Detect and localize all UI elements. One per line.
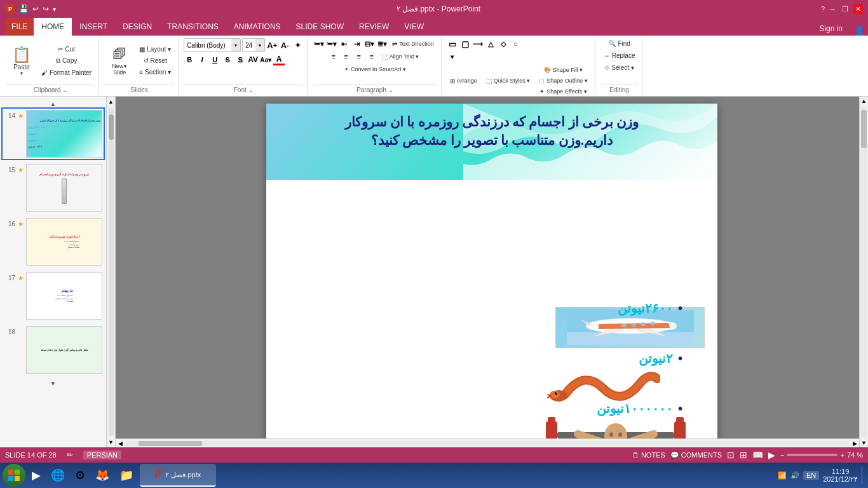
shape-fill-btn[interactable]: 🎨 Shape Fill ▾ (536, 65, 591, 75)
zoom-out-btn[interactable]: − (780, 451, 784, 459)
volume-icon[interactable]: 🔊 (790, 471, 799, 480)
increase-font-btn[interactable]: A+ (266, 39, 278, 51)
align-left-btn[interactable]: ≡ (328, 51, 339, 62)
tab-slideshow[interactable]: SLIDE SHOW (288, 18, 351, 36)
col-btn[interactable]: ⊟▾ (363, 38, 375, 50)
help-icon[interactable]: ? (821, 5, 825, 13)
zoom-slider[interactable] (787, 454, 837, 456)
shape-triangle[interactable]: △ (485, 38, 496, 50)
new-slide-button[interactable]: 🗊 New ▾ Slide (104, 43, 135, 79)
zoom-in-btn[interactable]: + (840, 451, 844, 459)
quick-access-undo[interactable]: ↩ (32, 4, 39, 13)
slide-panel-scroll-down[interactable]: ▼ (3, 379, 104, 388)
cut-button[interactable]: ✂ Cut (38, 44, 95, 55)
shadow-btn[interactable]: S (234, 54, 246, 65)
right-scroll-down[interactable]: ▼ (860, 438, 868, 447)
clear-format-btn[interactable]: ✦ (292, 39, 303, 51)
shape-outline-btn[interactable]: ⬚ Shape Outline ▾ (536, 76, 591, 86)
font-expand[interactable]: ⌄ (248, 86, 254, 93)
convert-smartart-btn[interactable]: ⚬ Convert to SmartArt ▾ (337, 64, 413, 74)
font-color-btn[interactable]: A (273, 55, 285, 65)
quick-access-redo[interactable]: ↪ (43, 4, 49, 13)
right-scroll-thumb[interactable] (861, 110, 867, 148)
font-name-combo[interactable]: Calibri (Body) ▾ (184, 38, 241, 52)
taskbar-media[interactable]: ▶ (28, 464, 44, 487)
scroll-down-arrow[interactable]: ▼ (106, 437, 116, 447)
restore-btn[interactable]: ❐ (840, 4, 850, 14)
format-painter-button[interactable]: 🖌 Format Painter (38, 67, 95, 78)
section-button[interactable]: ≡ Section ▾ (136, 67, 174, 78)
tab-home[interactable]: HOME (34, 18, 72, 36)
slide-panel-scrollbar[interactable]: ▲ ▼ (107, 97, 116, 447)
user-icon[interactable]: 👤 (850, 25, 868, 36)
scroll-thumb-left[interactable] (109, 114, 114, 140)
select-btn[interactable]: ⊹ Select ▾ (601, 62, 637, 73)
paste-button[interactable]: 📋 Paste ▾ (6, 43, 37, 79)
comments-btn[interactable]: 💬 COMMENTS (670, 451, 722, 459)
taskbar-ie[interactable]: 🌐 (47, 464, 69, 487)
show-desktop-btn[interactable] (862, 466, 865, 484)
notes-btn[interactable]: 🗒 NOTES (632, 451, 665, 459)
right-scroll-up[interactable]: ▲ (860, 97, 868, 105)
text-direction-btn[interactable]: ⇄ Text Direction (389, 39, 437, 50)
slide-panel-scroll-up[interactable]: ▲ (3, 99, 104, 109)
bold-btn[interactable]: B (184, 54, 195, 65)
bottom-scroll-thumb[interactable] (139, 441, 202, 446)
slide-thumb-16[interactable]: 16 ★ اعداد فوری ضروری ذلت محتوای اسلاید … (3, 217, 104, 267)
slide-thumb-17[interactable]: 17 ★ نیل وپهلو محتوای اسلاید ۱۷متن توضیح… (3, 271, 104, 321)
shape-ellipse[interactable]: ○ (510, 38, 522, 50)
underline-btn[interactable]: U (209, 54, 220, 65)
align-center-btn[interactable]: ≡ (341, 51, 352, 62)
italic-btn[interactable]: I (196, 54, 208, 65)
quick-styles-btn[interactable]: ⬚ Quick Styles ▾ (483, 76, 534, 86)
taskbar-files[interactable]: 📁 (116, 464, 137, 487)
replace-btn[interactable]: ↔ Replace (600, 50, 639, 61)
tab-review[interactable]: REVIEW (351, 18, 397, 36)
shape-effects-btn[interactable]: ✦ Shape Effects ▾ (536, 86, 591, 97)
normal-view-btn[interactable]: ⊡ (727, 450, 735, 460)
bottom-scrollbar[interactable]: ◀ ▶ (116, 438, 859, 447)
para-expand[interactable]: ⌄ (388, 86, 393, 93)
shape-diamond[interactable]: ◇ (498, 38, 509, 50)
font-size-combo[interactable]: 24 ▾ (242, 38, 265, 52)
align-text-btn[interactable]: ⬚ Align Text ▾ (379, 51, 422, 62)
slideshow-btn[interactable]: ▶ (768, 450, 775, 460)
slide-thumb-18[interactable]: 18 ★ شکل های پیزوباتور گیری طول نوار نشا… (3, 325, 104, 375)
shape-rect[interactable]: ▭ (447, 38, 458, 50)
tab-insert[interactable]: INSERT (72, 18, 115, 36)
tab-view[interactable]: VIEW (397, 18, 431, 36)
copy-button[interactable]: ⧉ Copy (38, 55, 95, 67)
close-btn[interactable]: ✕ (853, 4, 863, 14)
slide-sorter-btn[interactable]: ⊞ (740, 450, 747, 460)
quick-access-save[interactable]: 💾 (19, 4, 29, 13)
taskbar-powerpoint-active[interactable]: P فصل ۲.pptx (140, 464, 216, 487)
bottom-scroll-right[interactable]: ▶ (850, 440, 859, 447)
start-button[interactable] (3, 464, 25, 487)
tab-design[interactable]: DESIGN (115, 18, 159, 36)
numbered-list-btn[interactable]: ≔▾ (325, 38, 337, 50)
find-btn[interactable]: 🔍 Find (605, 38, 633, 49)
signin-btn[interactable]: Sign in (811, 22, 850, 36)
bullet-list-btn[interactable]: ≔▾ (313, 38, 324, 50)
font-case-btn[interactable]: Aa▾ (260, 54, 271, 65)
new-slide-arrow[interactable]: ▾ (124, 63, 127, 69)
tab-transitions[interactable]: TRANSITIONS (159, 18, 226, 36)
reset-button[interactable]: ↺ Reset (136, 55, 174, 66)
taskbar-firefox[interactable]: 🦊 (92, 464, 113, 487)
line-spacing-btn[interactable]: ≣▾ (376, 38, 388, 50)
right-scrollbar[interactable]: ▲ ▼ (859, 97, 868, 447)
align-right-btn[interactable]: ≡ (353, 51, 365, 62)
arrange-btn[interactable]: ⊞ Arrange (447, 76, 480, 86)
tab-file[interactable]: FILE (5, 18, 34, 36)
decrease-font-btn[interactable]: A- (279, 39, 290, 51)
tab-animations[interactable]: ANIMATIONS (226, 18, 288, 36)
slide-thumb-14[interactable]: 14 ★ وزن برخی از اجسام که درزندگی روزمره… (3, 109, 104, 159)
notes-edit-icon[interactable]: ✏ (67, 451, 73, 459)
justify-btn[interactable]: ≡ (366, 51, 377, 62)
clipboard-expand[interactable]: ⌄ (62, 86, 67, 93)
layout-button[interactable]: ▦ Layout ▾ (136, 44, 174, 55)
spacing-btn[interactable]: AV (247, 54, 259, 65)
network-icon[interactable]: 📶 (778, 471, 787, 480)
bottom-scroll-left[interactable]: ◀ (116, 440, 125, 447)
slide-thumb-15[interactable]: 15 ★ نیرومتر وسیله اندازه گیری وزن اجسام (3, 163, 104, 213)
